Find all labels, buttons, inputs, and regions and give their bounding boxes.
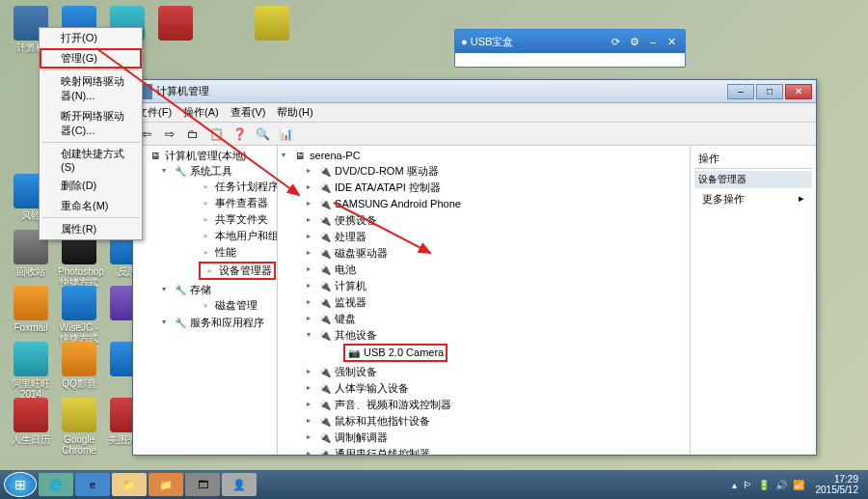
tray-icon[interactable]: 🏳 bbox=[743, 480, 752, 490]
device-category[interactable]: 🔌 鼠标和其他指针设备 bbox=[305, 413, 688, 430]
taskbar-item[interactable]: 📁 bbox=[149, 473, 183, 496]
device-icon: 🔌 bbox=[318, 164, 332, 179]
maximize-button[interactable]: □ bbox=[756, 84, 783, 99]
tray-icon[interactable]: ▴ bbox=[732, 480, 737, 490]
context-menu-item[interactable]: 映射网络驱动器(N)... bbox=[40, 71, 142, 106]
tree-group[interactable]: 🔧 系统工具▫ 任务计划程序▫ 事件查看器▫ 共享文件夹▫ 本地用户和组▫ 性能… bbox=[160, 163, 275, 282]
tray-icon[interactable]: 🔋 bbox=[758, 480, 770, 490]
device-category[interactable]: 🔌 SAMSUNG Android Phone bbox=[305, 196, 688, 212]
device-category[interactable]: 🔌 其他设备📷 USB 2.0 Camera bbox=[305, 327, 688, 364]
app-icon bbox=[62, 398, 96, 432]
device-icon: 🔌 bbox=[318, 279, 332, 293]
window-titlebar[interactable]: 计算机管理 – □ ✕ bbox=[133, 80, 816, 103]
app-icon bbox=[62, 286, 96, 320]
context-menu-item[interactable]: 管理(G) bbox=[40, 48, 142, 69]
minimize-icon[interactable]: – bbox=[645, 30, 661, 53]
device-category[interactable]: 🔌 计算机 bbox=[305, 278, 688, 294]
device-category[interactable]: 🔌 调制解调器 bbox=[305, 430, 688, 446]
toolbar-button[interactable]: 📊 bbox=[276, 125, 295, 143]
device-category[interactable]: 🔌 通用串行总线控制器 bbox=[305, 446, 688, 455]
tray-icon[interactable]: 📶 bbox=[793, 480, 804, 490]
desktop-icon[interactable]: 阿里旺旺2014 bbox=[10, 342, 52, 400]
device-category[interactable]: 🔌 键盘 bbox=[305, 311, 688, 327]
device-category[interactable]: 🔌 处理器 bbox=[305, 229, 688, 245]
icon-label: 回收站 bbox=[10, 266, 52, 277]
device-category[interactable]: 🔌 DVD/CD-ROM 驱动器 bbox=[305, 163, 688, 180]
tree-group[interactable]: 🔧 存储▫ 磁盘管理 bbox=[160, 282, 275, 315]
tree-root[interactable]: 🖥 计算机管理(本地)🔧 系统工具▫ 任务计划程序▫ 事件查看器▫ 共享文件夹▫… bbox=[135, 148, 275, 332]
device-category[interactable]: 🔌 人体学输入设备 bbox=[305, 380, 688, 397]
device-category[interactable]: 🔌 监视器 bbox=[305, 294, 688, 311]
desktop-icon[interactable] bbox=[154, 6, 197, 42]
tree-item[interactable]: ▫ 任务计划程序 bbox=[185, 179, 275, 195]
context-menu-item[interactable]: 删除(D) bbox=[40, 176, 142, 196]
tree-item[interactable]: ▫ 磁盘管理 bbox=[185, 297, 275, 314]
taskbar-item[interactable]: e bbox=[75, 473, 110, 496]
context-menu-item[interactable]: 打开(O) bbox=[40, 28, 142, 48]
minimize-button[interactable]: – bbox=[727, 84, 754, 99]
device-category[interactable]: 🔌 磁盘驱动器 bbox=[305, 245, 688, 262]
device-tree-root[interactable]: 🖥 serena-PC🔌 DVD/CD-ROM 驱动器🔌 IDE ATA/ATA… bbox=[280, 148, 688, 455]
device-category[interactable]: 🔌 便携设备 bbox=[305, 212, 688, 229]
device-category[interactable]: 🔌 强制设备 bbox=[305, 364, 688, 380]
app-icon bbox=[255, 6, 289, 41]
taskbar-item[interactable]: 👤 bbox=[222, 473, 257, 496]
tray-icon[interactable]: 🔊 bbox=[775, 480, 787, 490]
clock[interactable]: 17:29 2015/5/12 bbox=[810, 474, 865, 495]
context-menu: 打开(O)管理(G)映射网络驱动器(N)...断开网络驱动器(C)...创建快捷… bbox=[39, 27, 143, 240]
left-tree-panel: 🖥 计算机管理(本地)🔧 系统工具▫ 任务计划程序▫ 事件查看器▫ 共享文件夹▫… bbox=[133, 146, 278, 455]
app-icon bbox=[158, 6, 193, 41]
desktop-icon[interactable]: WiseJC - 快捷方式 bbox=[58, 286, 100, 344]
refresh-icon[interactable]: ⟳ bbox=[609, 30, 624, 53]
desktop-icon[interactable]: QQ影音 bbox=[58, 342, 100, 389]
device-item[interactable]: 📷 USB 2.0 Camera bbox=[330, 343, 688, 363]
start-button[interactable]: ⊞ bbox=[4, 472, 37, 497]
window-title: 计算机管理 bbox=[156, 84, 727, 98]
close-button[interactable]: ✕ bbox=[785, 84, 812, 99]
app-icon bbox=[14, 342, 48, 376]
icon-label: 阿里旺旺2014 bbox=[10, 378, 52, 400]
toolbar-button[interactable]: 🔍 bbox=[253, 125, 272, 143]
taskbar-item[interactable]: 📁 bbox=[112, 473, 147, 496]
tree-item[interactable]: ▫ 设备管理器 bbox=[185, 261, 275, 281]
toolbar-button[interactable]: ⇨ bbox=[160, 125, 179, 143]
taskbar-item[interactable]: 🌐 bbox=[39, 473, 73, 496]
menu-item[interactable]: 操作(A) bbox=[183, 105, 219, 120]
usb-titlebar[interactable]: ● USB宝盒 ⟳ ⚙ – ✕ bbox=[455, 30, 685, 53]
device-category[interactable]: 🔌 声音、视频和游戏控制器 bbox=[305, 397, 688, 413]
device-icon: 🔌 bbox=[318, 398, 332, 412]
device-icon: 🔌 bbox=[318, 213, 332, 228]
desktop-icon[interactable]: Google Chrome bbox=[58, 398, 100, 456]
menu-item[interactable]: 查看(V) bbox=[231, 105, 266, 120]
icon-label: QQ影音 bbox=[58, 378, 100, 389]
taskbar-item[interactable]: 🗔 bbox=[185, 473, 220, 496]
device-category[interactable]: 🔌 电池 bbox=[305, 262, 688, 278]
context-menu-item[interactable]: 属性(R) bbox=[40, 219, 142, 239]
item-icon: ▫ bbox=[199, 298, 212, 313]
folder-icon: 🔧 bbox=[174, 283, 187, 297]
device-category[interactable]: 🔌 IDE ATA/ATAPI 控制器 bbox=[305, 180, 688, 196]
desktop-icon[interactable]: Foxmail bbox=[10, 286, 52, 333]
device-icon: 🔌 bbox=[318, 263, 332, 277]
item-icon: ▫ bbox=[199, 229, 212, 243]
item-icon: ▫ bbox=[199, 245, 212, 260]
toolbar-button[interactable]: ❓ bbox=[230, 125, 249, 143]
tree-item[interactable]: ▫ 共享文件夹 bbox=[185, 211, 275, 228]
settings-icon[interactable]: ⚙ bbox=[627, 30, 642, 53]
toolbar-button[interactable]: 🗀 bbox=[183, 125, 203, 143]
context-menu-item[interactable]: 创建快捷方式(S) bbox=[40, 144, 142, 176]
usb-window: ● USB宝盒 ⟳ ⚙ – ✕ bbox=[454, 29, 686, 68]
context-menu-item[interactable]: 断开网络驱动器(C)... bbox=[40, 106, 142, 141]
desktop-icon[interactable]: 人生日历 bbox=[10, 398, 52, 445]
more-actions[interactable]: 更多操作 ▸ bbox=[694, 188, 812, 210]
tree-item[interactable]: ▫ 性能 bbox=[185, 244, 275, 261]
menu-bar: 文件(F)操作(A)查看(V)帮助(H) bbox=[133, 103, 816, 123]
tree-item[interactable]: ▫ 本地用户和组 bbox=[185, 228, 275, 244]
menu-item[interactable]: 帮助(H) bbox=[277, 105, 312, 120]
desktop-icon[interactable] bbox=[251, 6, 293, 42]
toolbar-button[interactable]: 📋 bbox=[206, 125, 226, 143]
tree-item[interactable]: ▫ 事件查看器 bbox=[185, 195, 275, 211]
context-menu-item[interactable]: 重命名(M) bbox=[40, 196, 142, 216]
tree-group[interactable]: 🔧 服务和应用程序 bbox=[160, 315, 275, 331]
close-icon[interactable]: ✕ bbox=[664, 30, 679, 53]
